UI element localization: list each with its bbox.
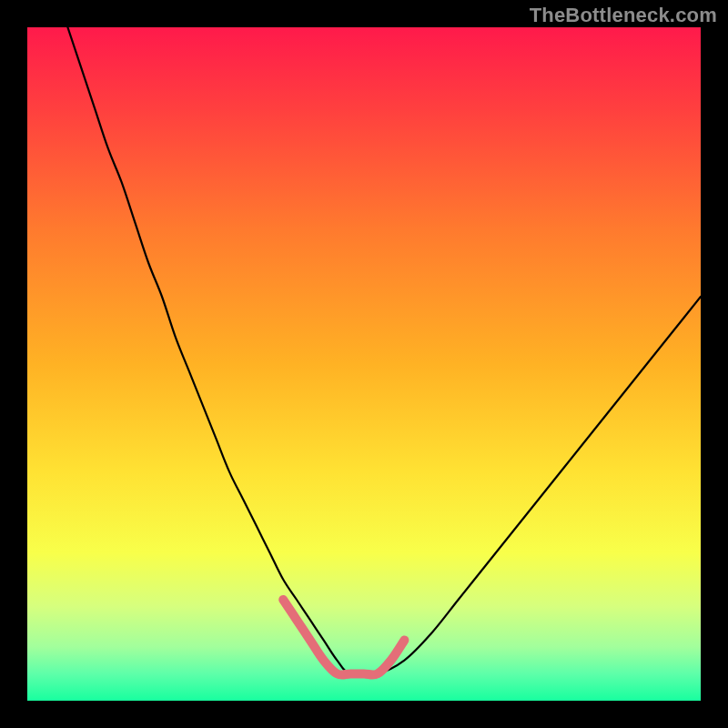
watermark-text: TheBottleneck.com [530,4,717,27]
chart-frame: TheBottleneck.com [0,0,728,728]
plot-background [27,27,701,701]
bottleneck-chart [27,27,701,701]
